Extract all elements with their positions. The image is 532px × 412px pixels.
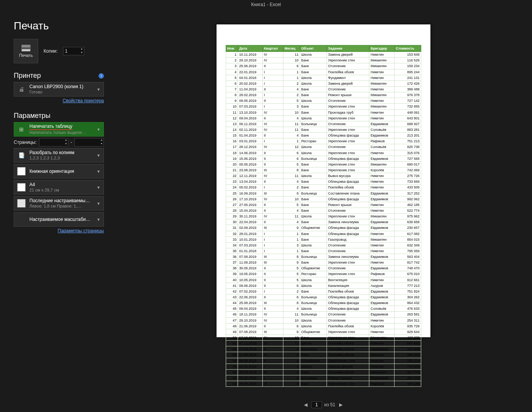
table-row: 3022.04.2019II4БанкЗамена линолиумаЕвдак… <box>226 219 421 225</box>
margins-dropdown[interactable]: Последние настраиваемы… Левое: 1,8 см Пр… <box>14 196 104 211</box>
table-row: 422.01.2019I1БанкПоклейка обоевНикитин89… <box>226 69 421 75</box>
chevron-down-icon: ▼ <box>97 153 100 158</box>
printer-dropdown[interactable]: 🖨 Canon LBP2900 (копия 1) Готово ▼ <box>14 82 104 97</box>
orientation-line1: Книжная ориентация <box>29 169 93 174</box>
table-row: 229.10.2019IV10БанкУкрепление стенМикаил… <box>226 58 421 63</box>
table-row: 5719.02.2019I2БольницаРемонт крышиЕвдаки… <box>226 375 421 381</box>
table-row: 3228.01.2019I1БанкОблицовка фасадаНикити… <box>226 231 421 237</box>
table-row: 1306.11.2019IV11БольницаОтоплениеЕвдаким… <box>226 121 421 127</box>
table-row: 325.06.2019II6БанкОтоплениеМикаилян159 2… <box>226 63 421 69</box>
collate-icon: 📑 <box>17 151 26 159</box>
table-row: 2313.04.2019II4БанкОблицовка фасадаНикит… <box>226 179 421 185</box>
page-setup-link[interactable]: Параметры страницы <box>14 228 104 233</box>
table-row: 711.04.2019II4БанкОтоплениеНикитин389 48… <box>226 86 421 92</box>
table-header: Месяц <box>283 45 300 52</box>
table-row: 4821.06.2019II6ШколаПоклейка обоевКоролё… <box>226 323 421 329</box>
table-row: 5408.06.2019II6ОбщежитиеУкрепление стенН… <box>226 358 421 364</box>
table-row: 3407.03.2019I3ШколаОтоплениеНикитин632 3… <box>226 242 421 248</box>
params-section-title: Параметры <box>14 112 50 120</box>
print-area-line1: Напечатать таблицу <box>29 124 93 130</box>
pages-from-input[interactable] <box>39 138 64 146</box>
table-row: 5217.04.2019II4БольницаПоклейка обоевЕвд… <box>226 346 421 352</box>
table-header: Стоимость <box>395 45 421 52</box>
portrait-icon <box>17 167 26 175</box>
printer-status: Готово <box>29 90 93 95</box>
copies-label: Копии: <box>44 48 58 54</box>
table-row: 3607.08.2019III8БольницаЗамена линолиума… <box>226 254 421 260</box>
chevron-down-icon: ▼ <box>97 87 100 92</box>
table-row: 620.02.2019I2ШколаЗамена дверейМикаилян1… <box>226 80 421 86</box>
table-row: 5502.01.2018I1ШколаЗамена дверейНикитин7… <box>226 364 421 369</box>
page-icon <box>17 183 26 192</box>
app-title: Книга1 - Excel <box>0 0 532 9</box>
table-header: Дата <box>238 45 263 52</box>
pages-to-input[interactable] <box>75 138 100 146</box>
print-settings-panel: Печать Печать Копии: ▲ ▼ Принтер i 🖨 Can… <box>0 9 115 398</box>
print-area-dropdown[interactable]: ⊞ Напечатать таблицу Напечатать только в… <box>14 122 104 137</box>
pages-to[interactable]: ▲▼ <box>74 138 104 146</box>
nav-page-input[interactable] <box>311 401 322 408</box>
table-row: 1113.10.2019IV10БанкПрокладка трубНикити… <box>226 109 421 115</box>
table-row: 4207.02.2019I2БанкПоклейка обоевЕвдакимо… <box>226 288 421 294</box>
table-row: 1007.03.2019I3БанкУкрепление стенМикаиля… <box>226 104 421 109</box>
table-row: 2815.04.2019II4БанкОтоплениеНикитин522 7… <box>226 208 421 213</box>
table-row: 4425.08.2019III8БольницаОблицовка фасада… <box>226 300 421 306</box>
scaling-dropdown[interactable]: Настраиваемое масштаби… ▼ <box>14 212 104 227</box>
copies-input[interactable] <box>63 47 79 55</box>
collate-dropdown[interactable]: 📑 Разобрать по копиям 1,2,3 1,2,3 1,2,3 … <box>14 148 104 163</box>
print-button[interactable]: Печать <box>14 39 38 63</box>
pagesize-line2: 21 см x 29,7 см <box>29 188 93 193</box>
chevron-down-icon: ▼ <box>97 201 100 206</box>
table-row: 5311.08.2019III8БанкПоклейка обоевНикити… <box>226 352 421 358</box>
pagesize-dropdown[interactable]: A4 21 см x 29,7 см ▼ <box>14 180 104 195</box>
nav-next[interactable]: ▶ <box>338 402 344 407</box>
table-row: 504.01.2018I1ШколаФундаментНикитин241 13… <box>226 75 421 80</box>
table-row: 2212.11.2019IV11ШколаВывоз мусораНикитин… <box>226 173 421 179</box>
table-row: 3102.09.2019III9ОбщежитиеОблицовка фасад… <box>226 225 421 231</box>
nav-prev[interactable]: ◀ <box>302 402 309 407</box>
orientation-dropdown[interactable]: Книжная ориентация ▼ <box>14 164 104 179</box>
collate-line1: Разобрать по копиям <box>29 150 93 155</box>
table-row: 3919.05.2019II5РесторанУкрепление стенРа… <box>226 271 421 277</box>
table-row: 2727.05.2019II5БанкРемонт крышиНикитин46… <box>226 202 421 208</box>
table-header: Задание <box>327 45 369 52</box>
table-row: 1915.06.2019II6БольницаОблицовка фасадаЕ… <box>226 156 421 161</box>
copies-down[interactable]: ▼ <box>79 51 84 55</box>
margins-line2: Левое: 1,8 см Правое: 1,… <box>29 204 93 209</box>
print-preview: НомДатаКварталМесяцОбъектЗаданиеБригадир… <box>115 9 532 398</box>
table-header: Ном <box>226 45 238 52</box>
table-row: 5017.10.2019IV10БанкУкрепление стенМикаи… <box>226 335 421 341</box>
page-title: Печать <box>14 20 104 32</box>
table-header: Объект <box>300 45 327 52</box>
info-icon[interactable]: i <box>99 73 104 79</box>
table-row: 1402.11.2019IV11БанкУкрепление стенСолов… <box>226 127 421 132</box>
table-row: 5829.08.2019III8БанкУкрепление стенРафик… <box>226 381 421 387</box>
margins-line1: Последние настраиваемы… <box>29 198 93 203</box>
copies-spinner[interactable]: ▲ ▼ <box>63 47 84 55</box>
pages-from[interactable]: ▲▼ <box>39 138 68 146</box>
table-row: 110.11.2019IV11ШколаЗамена дверейНикитин… <box>226 52 421 58</box>
printer-name: Canon LBP2900 (копия 1) <box>29 84 93 89</box>
copies-up[interactable]: ▲ <box>79 47 84 51</box>
printer-icon <box>21 45 31 52</box>
table-row: 1728.12.2019IV12ШколаОтоплениеСоловьёв82… <box>226 144 421 150</box>
preview-page: НомДатаКварталМесяцОбъектЗаданиеБригадир… <box>217 24 430 337</box>
table-row: 4729.10.2019IV10ШколаОтоплениеНикитин254… <box>226 317 421 323</box>
table-row: 2516.09.2019III9БольницаСоставление план… <box>226 190 421 196</box>
table-row: 4109.06.2019II6ШколаКанализацияАшуров777… <box>226 283 421 288</box>
table-row: 1814.06.2019II6ШколаУкрепление стенНикит… <box>226 150 421 156</box>
print-area-line2: Напечатать только выделе… <box>29 130 93 135</box>
table-row: 2930.11.2019IV11ШколаУкрепление стенМика… <box>226 214 421 219</box>
table-row: 3310.01.2019I1БанкГазопроводМикаилян854 … <box>226 237 421 242</box>
printer-properties-link[interactable]: Свойства принтера <box>14 98 104 103</box>
pages-sep: - <box>71 140 72 145</box>
scaling-line1: Настраиваемое масштаби… <box>29 217 93 222</box>
table-row: 5625.09.2019III9БанкПоклейка обоевМикаил… <box>226 369 421 375</box>
table-row: 4907.08.2019III8ОбщежитиеУкрепление стен… <box>226 329 421 335</box>
table-row: 909.05.2019II5ШколаОтоплениеНикитин727 1… <box>226 98 421 104</box>
blank-icon <box>17 215 26 224</box>
table-row: 2617.10.2019IV10БанкОблицовка фасадаЕвда… <box>226 196 421 202</box>
table-row: 5101.11.2019IV11ШколаПоклейка обоевНикит… <box>226 341 421 346</box>
table-row: 2123.08.2019III8БанкУкрепление стенКорол… <box>226 167 421 173</box>
chevron-down-icon: ▼ <box>97 127 100 132</box>
